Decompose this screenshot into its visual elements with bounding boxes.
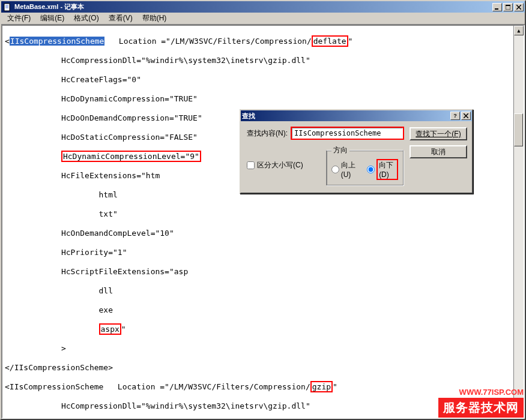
menubar: 文件(F) 编辑(E) 格式(O) 查看(V) 帮助(H)	[1, 13, 525, 25]
menu-help[interactable]: 帮助(H)	[138, 12, 172, 25]
direction-down[interactable]: 向下(D)	[367, 159, 398, 180]
titlebar-buttons	[492, 3, 524, 11]
close-button[interactable]	[514, 3, 524, 11]
menu-edit[interactable]: 编辑(E)	[35, 12, 69, 25]
text-editor[interactable]: <IIsCompressionScheme Location ="/LM/W3S…	[1, 25, 525, 419]
notepad-window: MetaBase.xml - 记事本 文件(F) 编辑(E) 格式(O) 查看(…	[0, 0, 526, 420]
find-input[interactable]	[294, 128, 401, 138]
menu-format[interactable]: 格式(O)	[69, 12, 103, 25]
window-title: MetaBase.xml - 记事本	[14, 2, 492, 11]
watermark: WWW.77ISP.COM 服务器技术网	[438, 388, 524, 418]
match-case-label: 区分大小写(C)	[257, 160, 303, 170]
find-close-button[interactable]	[461, 112, 471, 120]
highlight-dynlevel-1: HcDynamicCompressionLevel="9"	[61, 151, 201, 162]
find-dialog: 查找 ? 查找内容(N): 区分大小写(C) 方向	[240, 109, 473, 194]
find-body: 查找内容(N): 区分大小写(C) 方向 向上(U)	[241, 121, 472, 193]
maximize-button[interactable]	[503, 3, 513, 11]
direction-legend: 方向	[331, 145, 349, 155]
highlight-deflate: deflate	[312, 35, 348, 47]
svg-rect-4	[495, 8, 498, 10]
selected-text: IIsCompressionScheme	[10, 37, 105, 46]
vertical-scrollbar[interactable]: ▴ ▾	[513, 26, 524, 418]
find-label: 查找内容(N):	[247, 128, 288, 139]
radio-down-label: 向下(D)	[376, 159, 398, 180]
direction-up[interactable]: 向上(U)	[331, 159, 358, 180]
radio-up-label: 向上(U)	[341, 160, 358, 179]
minimize-button[interactable]	[492, 3, 502, 11]
menu-file[interactable]: 文件(F)	[2, 12, 35, 25]
scroll-track[interactable]	[514, 35, 524, 408]
watermark-url: WWW.77ISP.COM	[438, 388, 524, 397]
highlight-aspx-1: aspx	[99, 323, 121, 335]
match-case-checkbox[interactable]	[247, 161, 255, 169]
menu-view[interactable]: 查看(V)	[104, 12, 138, 25]
scroll-thumb[interactable]	[514, 113, 523, 146]
direction-fieldset: 方向 向上(U) 向下(D)	[326, 145, 404, 185]
radio-up[interactable]	[331, 166, 339, 173]
notepad-icon	[2, 2, 12, 12]
find-titlebar: 查找 ?	[241, 110, 472, 121]
find-input-wrapper	[291, 127, 404, 139]
scroll-up-button[interactable]: ▴	[514, 26, 524, 35]
radio-down[interactable]	[367, 166, 375, 173]
find-title: 查找	[242, 112, 450, 121]
find-next-button[interactable]: 查找下一个(F)	[410, 127, 467, 140]
watermark-cn: 服务器技术网	[438, 398, 524, 418]
find-help-button[interactable]: ?	[450, 112, 460, 120]
highlight-gzip: gzip	[310, 381, 333, 392]
titlebar: MetaBase.xml - 记事本	[1, 1, 525, 13]
svg-rect-0	[4, 4, 10, 11]
match-case-option[interactable]: 区分大小写(C)	[247, 160, 303, 170]
cancel-button[interactable]: 取消	[410, 145, 467, 158]
find-titlebar-buttons: ?	[450, 112, 471, 120]
svg-rect-6	[506, 5, 510, 6]
